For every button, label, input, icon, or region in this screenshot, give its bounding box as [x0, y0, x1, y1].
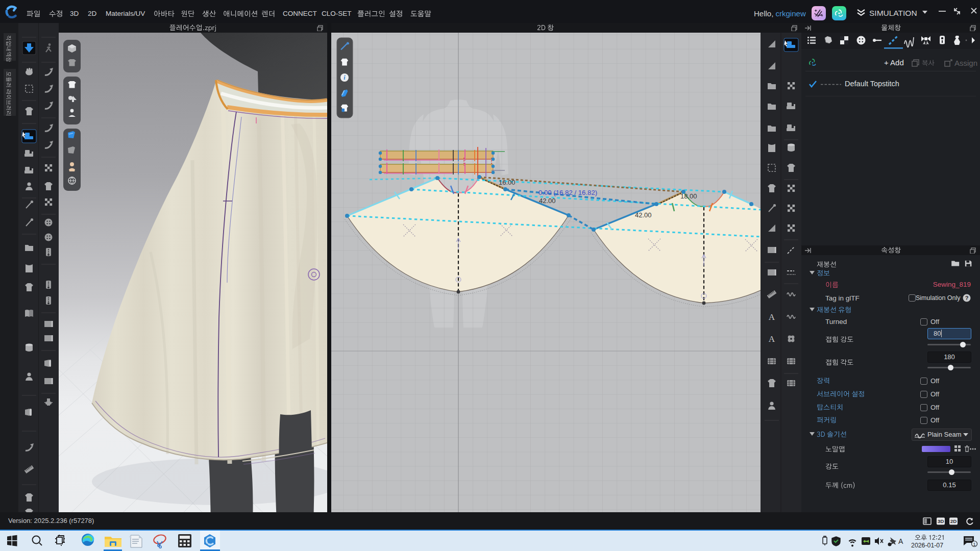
svg-text:1: 1 — [973, 542, 975, 547]
svg-text:16.00: 16.00 — [499, 179, 516, 186]
svg-text:42.00: 42.00 — [635, 211, 652, 219]
svg-text:42.00: 42.00 — [539, 197, 556, 205]
svg-text:3D: 3D — [938, 518, 944, 524]
svg-text:2D: 2D — [950, 518, 957, 524]
svg-text:A: A — [898, 537, 903, 545]
svg-text:0.00 (16.82 / 16.82): 0.00 (16.82 / 16.82) — [538, 189, 597, 196]
svg-text:A: A — [769, 334, 775, 344]
svg-text:18.00: 18.00 — [680, 192, 697, 200]
svg-text:A: A — [769, 312, 775, 322]
svg-text:?: ? — [965, 295, 969, 301]
